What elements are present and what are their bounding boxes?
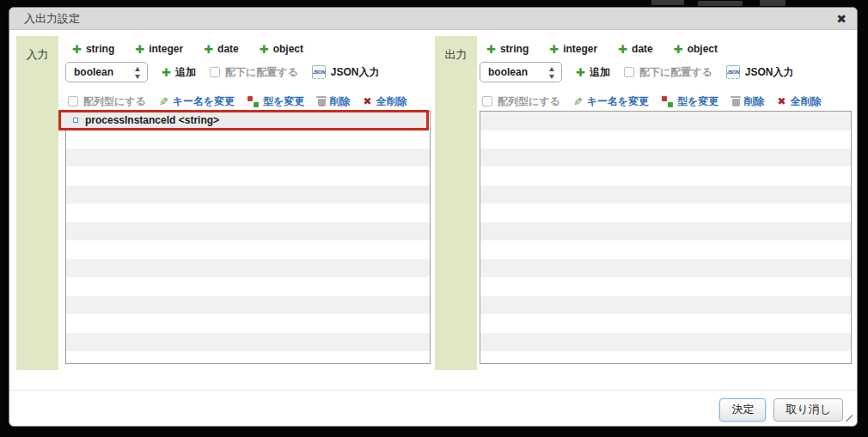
type-select-value: boolean bbox=[74, 66, 113, 78]
output-json-input-button[interactable]: JSON JSON入力 bbox=[726, 65, 794, 80]
io-settings-dialog: 入出力設定 ✖ 入力 ✚ string ✚ integer ✚ date ✚ o… bbox=[9, 7, 858, 427]
change-type-icon bbox=[248, 96, 259, 107]
cancel-button[interactable]: 取り消し bbox=[773, 398, 843, 422]
json-input-label: JSON入力 bbox=[331, 65, 380, 80]
select-arrows-icon bbox=[134, 66, 141, 80]
plus-icon: ✚ bbox=[260, 44, 269, 55]
add-button-label: 追加 bbox=[175, 65, 196, 80]
list-item[interactable]: processInstanceId <string> bbox=[58, 110, 429, 130]
delete-label: 削除 bbox=[744, 94, 765, 109]
dialog-title: 入出力設定 bbox=[24, 8, 80, 30]
output-toolbar-row: 配列型にする ✎ キー名を変更 型を変更 削除 ✖ 全削除 bbox=[482, 94, 822, 109]
backdrop-remnant bbox=[760, 0, 785, 6]
output-type-select[interactable]: boolean bbox=[480, 62, 562, 82]
input-nest-checkbox[interactable]: 配下に配置する bbox=[210, 65, 298, 80]
change-type-label: 型を変更 bbox=[263, 94, 304, 109]
plus-icon: ✚ bbox=[674, 44, 683, 55]
output-add-button[interactable]: ✚ 追加 bbox=[576, 65, 610, 80]
select-arrows-icon bbox=[548, 66, 555, 80]
plus-icon: ✚ bbox=[549, 44, 559, 55]
input-add-button[interactable]: ✚ 追加 bbox=[162, 65, 196, 80]
checkbox-icon bbox=[210, 67, 220, 77]
input-toolbar-row: 配列型にする ✎ キー名を変更 型を変更 削除 ✖ 全削除 bbox=[68, 94, 407, 109]
delete-all-label: 全削除 bbox=[791, 94, 822, 109]
change-type-icon bbox=[662, 96, 673, 107]
output-change-type-button[interactable]: 型を変更 bbox=[662, 94, 718, 109]
type-button-label: object bbox=[688, 43, 718, 55]
input-json-input-button[interactable]: JSON JSON入力 bbox=[312, 65, 380, 80]
type-button-label: string bbox=[500, 43, 529, 55]
list-item-label: processInstanceId <string> bbox=[85, 114, 219, 126]
array-checkbox-label: 配列型にする bbox=[83, 94, 146, 109]
plus-icon: ✚ bbox=[72, 44, 82, 55]
node-square-icon bbox=[73, 118, 78, 123]
input-add-integer-button[interactable]: ✚ integer bbox=[135, 43, 183, 55]
type-select-value: boolean bbox=[488, 66, 528, 78]
plus-icon: ✚ bbox=[618, 44, 627, 55]
input-rename-key-button[interactable]: ✎ キー名を変更 bbox=[159, 94, 235, 109]
output-rename-key-button[interactable]: ✎ キー名を変更 bbox=[573, 94, 649, 109]
plus-icon: ✚ bbox=[486, 44, 496, 55]
array-checkbox-label: 配列型にする bbox=[498, 94, 560, 109]
rename-key-label: キー名を変更 bbox=[173, 94, 235, 109]
input-add-date-button[interactable]: ✚ date bbox=[204, 43, 239, 55]
type-button-label: object bbox=[273, 43, 303, 55]
change-type-label: 型を変更 bbox=[677, 94, 718, 109]
output-add-string-button[interactable]: ✚ string bbox=[486, 43, 529, 55]
trash-icon bbox=[318, 99, 326, 106]
type-button-label: date bbox=[632, 43, 653, 55]
plus-icon: ✚ bbox=[576, 67, 585, 78]
nest-checkbox-label: 配下に配置する bbox=[639, 65, 712, 80]
output-panel-label: 出力 bbox=[435, 36, 477, 370]
backdrop-remnant bbox=[651, 0, 684, 5]
input-add-string-button[interactable]: ✚ string bbox=[72, 43, 114, 55]
input-panel-label: 入力 bbox=[16, 36, 58, 370]
type-button-label: date bbox=[217, 43, 239, 55]
delete-all-label: 全削除 bbox=[376, 94, 407, 109]
add-button-label: 追加 bbox=[590, 65, 610, 80]
output-type-buttons-row: ✚ string ✚ integer ✚ date ✚ object bbox=[486, 39, 718, 59]
output-add-date-button[interactable]: ✚ date bbox=[618, 43, 653, 55]
json-file-icon: JSON bbox=[726, 65, 740, 79]
input-add-object-button[interactable]: ✚ object bbox=[260, 43, 303, 55]
input-type-buttons-row: ✚ string ✚ integer ✚ date ✚ object bbox=[72, 39, 303, 59]
checkbox-icon bbox=[624, 67, 634, 77]
plus-icon: ✚ bbox=[204, 44, 213, 55]
output-add-integer-button[interactable]: ✚ integer bbox=[549, 43, 597, 55]
json-input-label: JSON入力 bbox=[745, 65, 794, 80]
trash-icon bbox=[732, 99, 740, 106]
input-change-type-button[interactable]: 型を変更 bbox=[248, 94, 304, 109]
input-add-row: boolean ✚ 追加 配下に配置する JSON JSON入力 bbox=[65, 60, 379, 84]
pencil-icon: ✎ bbox=[159, 96, 168, 107]
footer: 決定 取り消し bbox=[9, 397, 843, 422]
input-list[interactable]: processInstanceId <string> bbox=[65, 111, 431, 364]
type-button-label: integer bbox=[563, 43, 597, 55]
output-nest-checkbox[interactable]: 配下に配置する bbox=[624, 65, 712, 80]
plus-icon: ✚ bbox=[162, 67, 171, 78]
plus-icon: ✚ bbox=[135, 44, 144, 55]
output-list[interactable] bbox=[480, 111, 852, 364]
footer-divider bbox=[9, 390, 857, 391]
type-button-label: string bbox=[86, 43, 114, 55]
input-delete-button[interactable]: 削除 bbox=[318, 94, 351, 109]
input-type-select[interactable]: boolean bbox=[65, 62, 148, 82]
json-file-icon: JSON bbox=[312, 65, 326, 79]
close-icon[interactable]: ✖ bbox=[836, 11, 847, 27]
delete-label: 削除 bbox=[330, 94, 351, 109]
pencil-icon: ✎ bbox=[573, 96, 583, 107]
rename-key-label: キー名を変更 bbox=[587, 94, 650, 109]
input-panel-label-text: 入力 bbox=[27, 47, 49, 63]
input-delete-all-button[interactable]: ✖ 全削除 bbox=[364, 94, 407, 109]
output-delete-button[interactable]: 削除 bbox=[732, 94, 765, 109]
output-add-object-button[interactable]: ✚ object bbox=[674, 43, 718, 55]
x-icon: ✖ bbox=[778, 96, 786, 106]
x-icon: ✖ bbox=[364, 96, 372, 106]
confirm-button[interactable]: 決定 bbox=[719, 398, 766, 422]
dialog-titlebar: 入出力設定 ✖ bbox=[9, 8, 857, 30]
output-add-row: boolean ✚ 追加 配下に配置する JSON JSON入力 bbox=[480, 60, 793, 84]
backdrop-remnant bbox=[698, 1, 743, 6]
output-delete-all-button[interactable]: ✖ 全削除 bbox=[778, 94, 822, 109]
nest-checkbox-label: 配下に配置する bbox=[225, 65, 298, 80]
output-array-checkbox[interactable]: 配列型にする bbox=[482, 94, 560, 109]
input-array-checkbox[interactable]: 配列型にする bbox=[68, 94, 146, 109]
